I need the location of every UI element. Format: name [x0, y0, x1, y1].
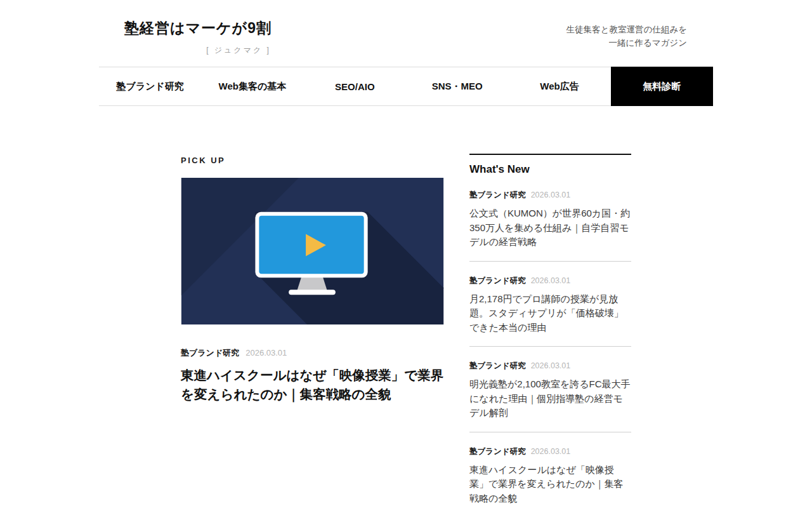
- news-item-1[interactable]: 塾ブランド研究 2026.03.01 公文式（KUMON）が世界60カ国・約35…: [469, 176, 631, 262]
- nav-item-seo-aio[interactable]: SEO/AIO: [304, 67, 406, 105]
- content-area: PICK UP 塾ブランド研究 2026.03.01 東進ハイスクールはなぜ「映…: [181, 154, 631, 508]
- news-item-date: 2026.03.01: [531, 360, 571, 371]
- news-item-meta: 塾ブランド研究 2026.03.01: [469, 360, 631, 371]
- site-tagline: 生徒集客と教室運営の仕組みを 一緒に作るマガジン: [566, 23, 687, 50]
- video-thumbnail[interactable]: [181, 178, 444, 324]
- news-item-category[interactable]: 塾ブランド研究: [469, 189, 526, 201]
- site-title[interactable]: 塾経営はマーケが9割: [124, 18, 272, 38]
- news-item-date: 2026.03.01: [531, 446, 571, 457]
- pickup-article-date: 2026.03.01: [246, 347, 287, 359]
- pickup-label: PICK UP: [181, 156, 444, 165]
- news-item-date: 2026.03.01: [531, 275, 571, 286]
- nav-item-web-ads[interactable]: Web広告: [508, 67, 610, 105]
- news-item-title[interactable]: 明光義塾が2,100教室を誇るFC最大手になれた理由｜個別指導塾の経営モデル解剖: [469, 377, 631, 420]
- site-subtitle: [ ジュクマク ]: [124, 45, 353, 56]
- site-tagline-line2: 一緒に作るマガジン: [566, 36, 687, 50]
- news-item-meta: 塾ブランド研究 2026.03.01: [469, 275, 631, 286]
- site-tagline-line1: 生徒集客と教室運営の仕組みを: [566, 23, 687, 36]
- news-item-4[interactable]: 塾ブランド研究 2026.03.01 東進ハイスクールはなぜ「映像授業」で業界を…: [469, 432, 631, 508]
- main-nav: 塾ブランド研究 Web集客の基本 SEO/AIO SNS・MEO Web広告 無…: [99, 67, 713, 106]
- whats-new-section: What's New 塾ブランド研究 2026.03.01 公文式（KUMON）…: [469, 154, 631, 508]
- site-header: 塾経営はマーケが9割 [ ジュクマク ] 生徒集客と教室運営の仕組みを 一緒に作…: [0, 0, 812, 67]
- nav-item-juku-brand-research[interactable]: 塾ブランド研究: [99, 67, 201, 105]
- news-item-meta: 塾ブランド研究 2026.03.01: [469, 446, 631, 457]
- monitor-stand: [297, 277, 327, 291]
- news-item-3[interactable]: 塾ブランド研究 2026.03.01 明光義塾が2,100教室を誇るFC最大手に…: [469, 347, 631, 432]
- pickup-section: PICK UP 塾ブランド研究 2026.03.01 東進ハイスクールはなぜ「映…: [181, 154, 444, 508]
- news-item-title[interactable]: 東進ハイスクールはなぜ「映像授業」で業界を変えられたのか｜集客戦略の全貌: [469, 463, 631, 506]
- news-item-title[interactable]: 月2,178円でプロ講師の授業が見放題。スタディサプリが「価格破壊」できた本当の…: [469, 292, 631, 335]
- news-item-title[interactable]: 公文式（KUMON）が世界60カ国・約350万人を集める仕組み｜自学自習モデルの…: [469, 206, 631, 250]
- monitor-base: [289, 290, 336, 295]
- whats-new-heading: What's New: [469, 155, 631, 176]
- news-item-category[interactable]: 塾ブランド研究: [469, 446, 526, 457]
- news-item-category[interactable]: 塾ブランド研究: [469, 275, 526, 286]
- pickup-article-meta: 塾ブランド研究 2026.03.01: [181, 347, 444, 359]
- news-item-category[interactable]: 塾ブランド研究: [469, 360, 526, 371]
- pickup-article-category[interactable]: 塾ブランド研究: [181, 347, 239, 359]
- nav-item-sns-meo[interactable]: SNS・MEO: [406, 67, 508, 105]
- pickup-article-title[interactable]: 東進ハイスクールはなぜ「映像授業」で業界を変えられたのか｜集客戦略の全貌: [181, 366, 444, 404]
- news-item-meta: 塾ブランド研究 2026.03.01: [469, 189, 631, 201]
- nav-item-web-marketing-basics[interactable]: Web集客の基本: [201, 67, 303, 105]
- news-item-date: 2026.03.01: [531, 189, 571, 201]
- news-item-2[interactable]: 塾ブランド研究 2026.03.01 月2,178円でプロ講師の授業が見放題。ス…: [469, 262, 631, 347]
- nav-cta-free-diagnosis[interactable]: 無料診断: [611, 67, 713, 106]
